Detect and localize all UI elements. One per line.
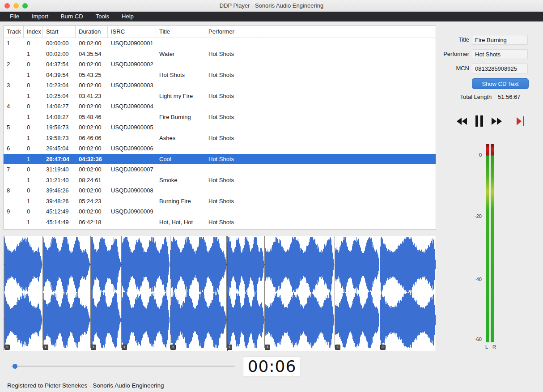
cell-index: 0: [24, 80, 43, 91]
meter-scale-40: -40: [455, 277, 482, 282]
column-header-filler: [256, 26, 436, 38]
column-header-start[interactable]: Start: [43, 26, 76, 38]
channel-left-label: L: [485, 344, 488, 349]
cell-index: 1: [24, 217, 43, 228]
column-header-performer[interactable]: Performer: [205, 26, 256, 38]
cell-start: 00:00:00: [43, 38, 76, 49]
cell-track: 5: [4, 122, 24, 133]
seek-slider-track[interactable]: [11, 366, 235, 367]
cell-title: Hot, Hot, Hot: [156, 217, 205, 228]
table-row[interactable]: 145:14:4906:42:18Hot, Hot, HotHot Shots: [4, 217, 436, 228]
cell-track: [4, 49, 24, 60]
cell-index: 1: [24, 133, 43, 144]
menu-item[interactable]: Burn CD: [55, 12, 89, 21]
cell-track: [4, 217, 24, 228]
index-marker: 1: [380, 345, 386, 350]
cell-index: 0: [24, 185, 43, 196]
menu-item[interactable]: Import: [25, 12, 55, 21]
performer-field[interactable]: [472, 49, 528, 59]
table-row[interactable]: 100:02:0004:35:54WaterHot Shots: [4, 49, 436, 60]
table-row[interactable]: 104:39:5405:43:25Hot ShotsHot Shots: [4, 70, 436, 81]
cell-index: 1: [24, 154, 43, 165]
meter-scale-60: -60: [455, 337, 482, 342]
index-marker: 1: [4, 345, 10, 350]
table-row[interactable]: 3010:23:0400:02:00USQDJ0900003: [4, 80, 436, 91]
column-header-title[interactable]: Title: [156, 26, 205, 38]
cell-isrc: [108, 175, 156, 186]
performer-field-label: Performer: [441, 49, 469, 59]
show-cd-text-button[interactable]: Show CD Text: [472, 78, 529, 89]
title-field[interactable]: [472, 35, 528, 45]
table-row[interactable]: 114:08:2705:48:46Fire BurningHot Shots: [4, 112, 436, 123]
table-row[interactable]: 1000:00:0000:02:00USQDJ0900001: [4, 38, 436, 49]
table-row[interactable]: 7031:19:4000:02:00USQDJ0900007: [4, 164, 436, 175]
cell-title: [156, 143, 205, 154]
cell-index: 0: [24, 143, 43, 154]
cell-title: [156, 164, 205, 175]
cell-start: 10:25:04: [43, 91, 76, 102]
pause-button[interactable]: [475, 115, 484, 128]
cell-title: Fire Burning: [156, 112, 205, 123]
meter-scale-20: -20: [455, 213, 482, 219]
fast-forward-icon: [492, 118, 496, 125]
table-row[interactable]: 8039:46:2600:02:00USQDJ0900008: [4, 185, 436, 196]
zoom-icon[interactable]: [22, 3, 28, 9]
app-window: DDP Player - Sonoris Audio Engineering F…: [0, 0, 543, 392]
menu-bar: FileImportBurn CDToolsHelp: [0, 12, 543, 21]
column-header-index[interactable]: Index: [24, 26, 43, 38]
waveform-display[interactable]: 111111111: [3, 236, 436, 351]
cell-duration: 00:02:00: [76, 122, 108, 133]
close-icon[interactable]: [4, 3, 10, 9]
title-field-label: Title: [441, 35, 469, 45]
table-row[interactable]: 110:25:0403:41:23Light my FireHot Shots: [4, 91, 436, 102]
track-boundary-line: [226, 236, 227, 348]
index-marker: 1: [335, 345, 340, 350]
table-row[interactable]: 2004:37:5400:02:00USQDJ0900002: [4, 59, 436, 70]
cell-duration: 05:43:25: [76, 70, 108, 81]
cell-title: [156, 59, 205, 70]
menu-item[interactable]: Tools: [89, 12, 115, 21]
column-header-isrc[interactable]: ISRC: [108, 26, 156, 38]
mcn-field[interactable]: [472, 64, 528, 73]
cell-duration: 06:46:06: [76, 133, 108, 144]
playback-cursor: [227, 236, 228, 351]
cell-index: 0: [24, 59, 43, 70]
column-header-track[interactable]: Track: [4, 26, 24, 38]
column-header-duration[interactable]: Duration: [76, 26, 108, 38]
cell-index: 1: [24, 175, 43, 186]
cell-index: 0: [24, 101, 43, 112]
cell-index: 1: [24, 70, 43, 81]
table-row[interactable]: 5019:56:7300:02:00USQDJ0900005: [4, 122, 436, 133]
cell-start: 39:48:26: [43, 196, 76, 207]
fast-forward-button[interactable]: [491, 117, 503, 126]
cell-start: 31:19:40: [43, 164, 76, 175]
cell-start: 31:21:40: [43, 175, 76, 186]
table-row[interactable]: 126:47:0404:32:36CoolHot Shots: [4, 154, 436, 165]
index-marker: 1: [43, 345, 48, 350]
table-row[interactable]: 131:21:4008:24:61SmokeHot Shots: [4, 175, 436, 186]
title-bar: DDP Player - Sonoris Audio Engineering: [0, 0, 543, 12]
table-row[interactable]: 9045:12:4900:02:00USQDJ0900009: [4, 206, 436, 217]
table-row[interactable]: 139:48:2605:24:23Burning FireHot Shots: [4, 196, 436, 207]
table-row[interactable]: 119:58:7306:46:06AshesHot Shots: [4, 133, 436, 144]
cell-track: [4, 175, 24, 186]
cell-index: 1: [24, 196, 43, 207]
skip-to-end-button[interactable]: [516, 115, 525, 127]
table-row[interactable]: 6026:45:0400:02:00USQDJ0900006: [4, 143, 436, 154]
cell-track: [4, 154, 24, 165]
cell-track: [4, 133, 24, 144]
seek-slider[interactable]: [11, 363, 235, 369]
window-title: DDP Player - Sonoris Audio Engineering: [0, 0, 543, 12]
cell-title: Light my Fire: [156, 91, 205, 102]
cell-isrc: USQDJ0900001: [108, 38, 156, 49]
table-row[interactable]: 4014:06:2700:02:00USQDJ0900004: [4, 101, 436, 112]
cd-text-panel: Title Performer MCN Show CD Text Total L…: [441, 26, 540, 357]
rewind-button[interactable]: [456, 117, 468, 126]
cell-performer: Hot Shots: [205, 217, 256, 228]
menu-item[interactable]: File: [4, 12, 25, 21]
cell-start: 39:46:26: [43, 185, 76, 196]
menu-item[interactable]: Help: [115, 12, 140, 21]
minimize-icon[interactable]: [13, 3, 19, 9]
cell-isrc: USQDJ0900004: [108, 101, 156, 112]
seek-slider-thumb[interactable]: [13, 364, 17, 369]
